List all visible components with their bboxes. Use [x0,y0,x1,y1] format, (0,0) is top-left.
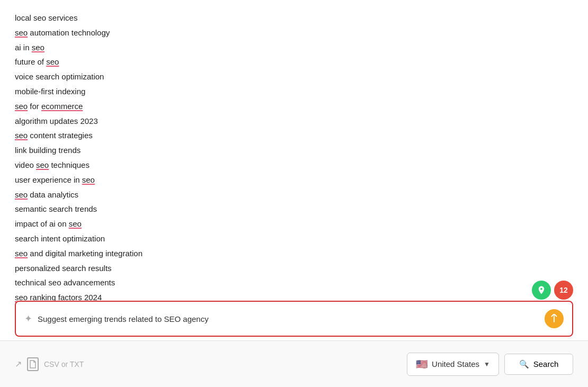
country-label: United States [432,359,479,368]
list-item: algorithm updates 2023 [15,114,573,129]
list-item: future of seo [15,55,573,69]
list-item: mobile-first indexing [15,84,573,99]
bottom-bar: ↗ CSV or TXT 🇺🇸 United States ▼ 🔍 Search [0,340,588,387]
list-item: personalized search results [15,261,573,276]
list-item: ai in seo [15,40,573,55]
keyword-list-container: local seo servicesseo automation technol… [0,0,588,307]
list-item: seo content strategies [15,128,573,143]
list-item: voice search optimization [15,69,573,84]
list-item: seo and digital marketing integration [15,246,573,261]
search-icon: 🔍 [519,359,529,369]
list-item: semantic search trends [15,202,573,217]
list-item: video seo techniques [15,158,573,173]
list-item: user experience in seo [15,173,573,187]
search-label: Search [533,359,559,368]
list-item: seo automation technology [15,25,573,40]
notification-green-icon[interactable] [532,281,551,300]
country-selector[interactable]: 🇺🇸 United States ▼ [407,353,499,376]
list-item: technical seo advancements [15,275,573,290]
bottom-right-controls: 🇺🇸 United States ▼ 🔍 Search [407,353,573,376]
list-item: seo data analytics [15,187,573,202]
notification-count-badge[interactable]: 12 [554,281,573,300]
list-item: impact of ai on seo [15,217,573,231]
prompt-input[interactable] [38,314,539,323]
notification-area: 12 [532,281,573,300]
export-area: ↗ CSV or TXT [15,357,84,371]
prompt-input-area: ✦ [15,301,573,337]
keyword-list: local seo servicesseo automation technol… [15,11,573,305]
file-icon [27,357,39,371]
chevron-down-icon: ▼ [484,361,490,368]
sparkle-icon: ✦ [24,313,32,325]
export-arrow-icon: ↗ [15,359,22,369]
send-button[interactable] [545,309,564,328]
us-flag-icon: 🇺🇸 [416,358,427,370]
csv-label: CSV or TXT [44,360,84,368]
list-item: seo for ecommerce [15,99,573,114]
list-item: search intent optimization [15,231,573,246]
search-button[interactable]: 🔍 Search [504,354,573,375]
list-item: link building trends [15,143,573,158]
list-item: local seo services [15,11,573,25]
